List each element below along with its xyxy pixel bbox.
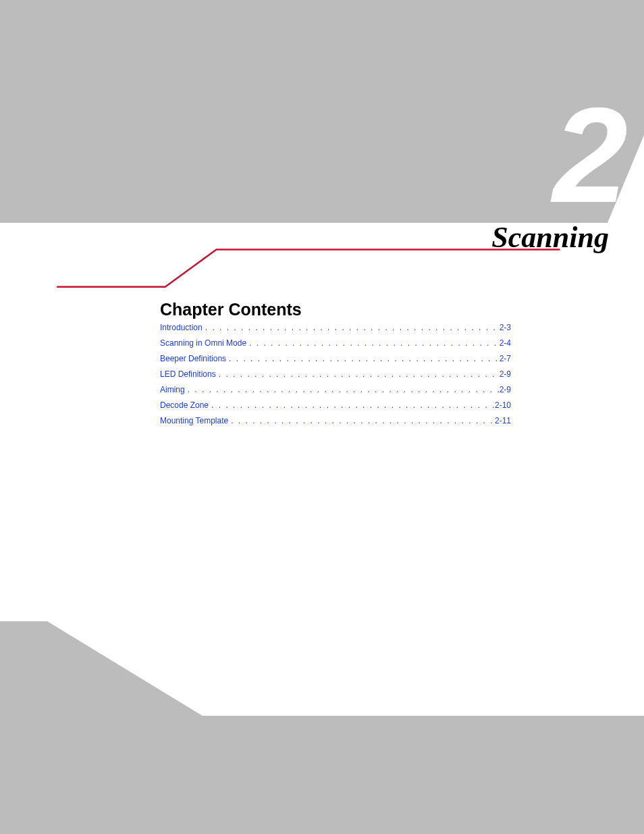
toc-row[interactable]: LED Definitions 2-9	[160, 369, 511, 379]
toc-leader-dots	[216, 369, 500, 379]
toc-leader-dots	[203, 323, 500, 332]
toc-page: 2-3	[500, 323, 511, 332]
toc-page: 2-9	[500, 369, 511, 379]
toc-leader-dots	[246, 338, 500, 348]
toc-page: 2-10	[495, 400, 511, 410]
toc-row[interactable]: Introduction 2-3	[160, 323, 511, 332]
chapter-number: 2	[553, 88, 624, 223]
toc-title: LED Definitions	[160, 369, 216, 379]
toc-page: 2-11	[495, 416, 511, 425]
table-of-contents: Introduction 2-3 Scanning in Omni Mode 2…	[160, 323, 511, 432]
chapter-title: Scanning	[491, 220, 609, 255]
toc-row[interactable]: Mounting Template 2-11	[160, 416, 511, 425]
toc-title: Introduction	[160, 323, 203, 332]
toc-leader-dots	[226, 354, 500, 363]
toc-page: 2-9	[500, 385, 511, 394]
toc-leader-dots	[209, 400, 495, 410]
toc-row[interactable]: Aiming 2-9	[160, 385, 511, 394]
toc-page: 2-7	[500, 354, 511, 363]
toc-title: Scanning in Omni Mode	[160, 338, 246, 348]
toc-title: Decode Zone	[160, 400, 209, 410]
toc-leader-dots	[185, 385, 500, 394]
toc-page: 2-4	[500, 338, 511, 348]
toc-row[interactable]: Decode Zone 2-10	[160, 400, 511, 410]
top-gray-panel: 2	[0, 0, 644, 223]
toc-title: Beeper Definitions	[160, 354, 226, 363]
toc-row[interactable]: Scanning in Omni Mode 2-4	[160, 338, 511, 348]
bottom-gray-panel	[0, 621, 644, 834]
toc-title: Mounting Template	[160, 416, 228, 425]
toc-leader-dots	[228, 416, 495, 425]
toc-row[interactable]: Beeper Definitions 2-7	[160, 354, 511, 363]
chapter-contents-heading: Chapter Contents	[160, 300, 302, 319]
toc-title: Aiming	[160, 385, 185, 394]
